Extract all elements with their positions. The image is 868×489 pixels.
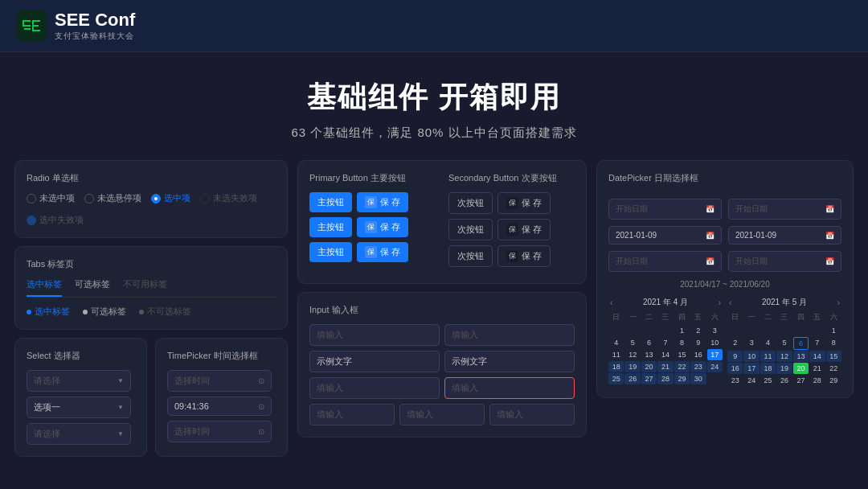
cal-day[interactable]: 5	[624, 337, 640, 348]
cal-day[interactable]: 18	[608, 361, 624, 372]
cal-day[interactable]: 15	[826, 351, 841, 362]
primary-button-3[interactable]: 主按钮	[309, 242, 352, 262]
date-input-end-2[interactable]: 开始日期 📅	[728, 251, 841, 272]
tab-nav-item-2[interactable]: 可选标签	[75, 278, 110, 297]
time-input-1[interactable]: 选择时间 ⊙	[167, 370, 272, 392]
cal-day[interactable]: 23	[727, 375, 743, 386]
cal-day[interactable]: 9	[690, 337, 706, 348]
cal-day-range-start[interactable]: 17	[707, 349, 723, 360]
cal-day[interactable]: 20	[641, 361, 657, 372]
cal-day[interactable]: 1	[674, 325, 690, 336]
cal-day[interactable]: 21	[657, 361, 673, 372]
cal-day[interactable]: 29	[826, 375, 841, 386]
input-field-7[interactable]: 填输入	[309, 404, 395, 425]
cal-day[interactable]: 22	[674, 361, 690, 372]
date-input-end-1[interactable]: 开始日期 📅	[608, 251, 722, 272]
cal-day[interactable]: 5	[776, 337, 792, 350]
cal-day[interactable]: 11	[760, 351, 776, 362]
cal-day[interactable]: 30	[690, 373, 706, 384]
cal-day[interactable]: 2	[727, 337, 743, 350]
time-input-2[interactable]: 09:41:36 ⊙	[167, 397, 272, 416]
select-box-2[interactable]: 选项一 ▼	[27, 397, 131, 418]
date-input-val-1[interactable]: 2021-01-09 📅	[608, 226, 722, 244]
cal-day[interactable]: 10	[743, 351, 759, 362]
cal-day[interactable]: 19	[624, 361, 640, 372]
cal-day[interactable]: 25	[760, 375, 776, 386]
cal-day[interactable]: 28	[809, 375, 825, 386]
radio-item-2[interactable]: 未选悬停项	[84, 192, 141, 204]
cal-day[interactable]: 26	[624, 373, 640, 384]
select-box-3[interactable]: 请选择 ▼	[27, 423, 131, 445]
cal-day[interactable]: 10	[707, 337, 723, 348]
cal-day[interactable]: 16	[727, 363, 743, 374]
cal-day[interactable]: 18	[760, 363, 776, 374]
select-box-1[interactable]: 请选择 ▼	[27, 370, 131, 392]
cal-day[interactable]: 17	[743, 363, 759, 374]
cal-day[interactable]: 25	[608, 373, 624, 384]
secondary-button-1[interactable]: 次按钮	[448, 192, 493, 214]
cal-prev-icon-may[interactable]: ‹	[727, 298, 733, 307]
secondary-button-icon-3[interactable]: 保 保 存	[497, 245, 551, 267]
input-field-1[interactable]: 填输入	[309, 324, 440, 346]
radio-item-3[interactable]: 选中项	[151, 192, 190, 204]
cal-day[interactable]: 3	[707, 325, 723, 336]
date-input-start-1[interactable]: 开始日期 📅	[608, 199, 722, 220]
cal-day[interactable]: 6	[641, 337, 657, 348]
cal-day[interactable]: 13	[793, 351, 809, 362]
cal-day[interactable]: 21	[809, 363, 825, 374]
cal-day-today[interactable]: 6	[793, 337, 809, 350]
cal-day[interactable]: 28	[657, 373, 673, 384]
cal-day[interactable]: 8	[674, 337, 690, 348]
cal-day[interactable]: 8	[826, 337, 841, 350]
primary-button-icon-2[interactable]: 保 保 存	[357, 217, 408, 237]
input-field-8[interactable]: 填输入	[399, 404, 485, 425]
cal-day[interactable]: 14	[809, 351, 825, 362]
input-field-2[interactable]: 填输入	[444, 324, 575, 346]
primary-button-1[interactable]: 主按钮	[309, 192, 352, 212]
secondary-button-icon-2[interactable]: 保 保 存	[497, 219, 551, 240]
cal-day[interactable]: 15	[674, 349, 690, 360]
primary-button-2[interactable]: 主按钮	[309, 217, 352, 237]
secondary-button-icon-1[interactable]: 保 保 存	[497, 192, 551, 214]
cal-prev-icon[interactable]: ‹	[608, 298, 614, 307]
radio-item-1[interactable]: 未选中项	[27, 192, 75, 204]
input-field-5[interactable]: 填输入	[309, 377, 440, 399]
cal-day[interactable]: 12	[776, 351, 792, 362]
input-field-4[interactable]: 示例文字	[444, 351, 575, 372]
cal-day[interactable]: 4	[760, 337, 776, 350]
cal-day[interactable]: 2	[690, 325, 706, 336]
time-input-3[interactable]: 选择时间 ⊙	[167, 421, 272, 442]
cal-day-range-end[interactable]: 20	[793, 363, 809, 374]
cal-day[interactable]: 12	[624, 349, 640, 360]
cal-day[interactable]: 7	[657, 337, 673, 348]
cal-day[interactable]: 14	[657, 349, 673, 360]
primary-button-icon-3[interactable]: 保 保 存	[357, 242, 408, 262]
secondary-button-2[interactable]: 次按钮	[448, 219, 493, 240]
cal-day[interactable]: 27	[641, 373, 657, 384]
cal-next-icon-may[interactable]: ›	[836, 298, 841, 307]
input-field-9[interactable]: 填输入	[489, 404, 575, 425]
cal-day[interactable]: 24	[707, 361, 723, 372]
tab-nav-item-1[interactable]: 选中标签	[27, 278, 62, 297]
cal-day[interactable]: 7	[809, 337, 825, 350]
date-input-start-2[interactable]: 开始日期 📅	[728, 199, 841, 220]
cal-day[interactable]: 23	[690, 361, 706, 372]
cal-day[interactable]: 29	[674, 373, 690, 384]
tab-content-item-2[interactable]: 可选标签	[83, 306, 126, 318]
cal-day[interactable]: 4	[608, 337, 624, 348]
cal-day[interactable]: 27	[793, 375, 809, 386]
tab-content-item-1[interactable]: 选中标签	[27, 306, 70, 318]
cal-day[interactable]: 9	[727, 351, 743, 362]
cal-day[interactable]: 26	[776, 375, 792, 386]
cal-day[interactable]: 22	[826, 363, 841, 374]
cal-day[interactable]: 13	[641, 349, 657, 360]
cal-day[interactable]: 19	[776, 363, 792, 374]
primary-button-icon-1[interactable]: 保 保 存	[357, 192, 408, 212]
cal-day[interactable]: 24	[743, 375, 759, 386]
cal-day[interactable]: 11	[608, 349, 624, 360]
cal-day[interactable]: 16	[690, 349, 706, 360]
cal-day[interactable]: 1	[826, 325, 841, 336]
cal-day[interactable]: 3	[743, 337, 759, 350]
secondary-button-3[interactable]: 次按钮	[448, 245, 493, 267]
cal-next-icon-april[interactable]: ›	[717, 298, 723, 307]
